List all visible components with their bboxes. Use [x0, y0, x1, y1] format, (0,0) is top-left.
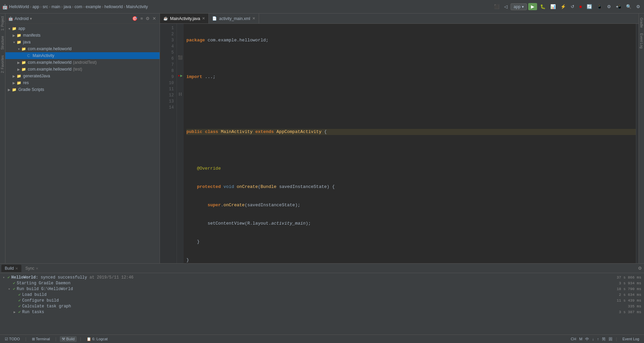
tree-item-android-test[interactable]: ▶ 📁 com.example.helloworld (androidTest)	[5, 59, 160, 66]
side-tab-structure[interactable]: Structure	[0, 33, 5, 53]
tree-item-gradle-scripts[interactable]: ▶ 📁 Gradle Scripts	[5, 86, 160, 93]
run-button[interactable]: ▶	[528, 3, 537, 10]
tab-close-activity-main[interactable]: ✕	[252, 16, 255, 21]
bottom-settings-btn[interactable]: ⚙	[637, 265, 643, 271]
apply-changes-btn[interactable]: ↺	[569, 3, 576, 10]
breadcrumb-part-mainactivity[interactable]: MainActivity	[126, 4, 148, 9]
java-file-icon: C	[26, 53, 31, 58]
gutter-8	[177, 66, 184, 73]
gutter-13	[177, 97, 184, 103]
tree-item-mainactivity[interactable]: ▶ C MainActivity	[5, 52, 160, 59]
fold-icon-12[interactable]: [-]	[179, 92, 182, 96]
code-line-10: super.onCreate(savedInstanceState);	[186, 202, 636, 208]
tree-arrow-manifests[interactable]: ▶	[12, 34, 16, 37]
run-with-coverage-btn[interactable]: 📊	[549, 3, 557, 10]
breadcrumb-part-com[interactable]: com	[75, 4, 82, 9]
app-logo: 🤖	[2, 4, 8, 9]
build-timestamp: at 2019/5/11 12:46	[90, 275, 134, 280]
build-arrow-configure: ▶	[14, 299, 18, 303]
tab-close-sync[interactable]: ✕	[36, 267, 38, 270]
close-panel-btn[interactable]: ✕	[152, 15, 157, 22]
status-bar: ☑ TODO | ⊞ Terminal | ⚒ Build | 📋 6: Log…	[0, 335, 644, 343]
tab-close-mainactivity[interactable]: ✕	[202, 16, 205, 21]
tab-build[interactable]: Build✕	[1, 265, 21, 272]
todo-button[interactable]: ☑ TODO	[3, 336, 22, 342]
breadcrumb-part-example[interactable]: example	[86, 4, 101, 9]
tree-arrow-androidtest[interactable]: ▶	[16, 61, 21, 64]
todo-label: TODO	[9, 337, 20, 341]
tree-label-mainactivity: MainActivity	[33, 53, 54, 58]
run-config-dropdown[interactable]: app ▾	[511, 3, 527, 10]
project-header: 🤖 Android ▾ 🎯 ≡ ⚙ ✕	[5, 14, 160, 24]
tab-mainactivity-java[interactable]: ☕ MainActivity.java ✕	[160, 14, 209, 23]
tree-arrow-gradle[interactable]: ▶	[7, 88, 12, 92]
gear-icon[interactable]: ⚙	[145, 15, 150, 22]
right-tab-gradle[interactable]: Gradle	[639, 15, 644, 31]
xml-tab-icon: 📄	[212, 16, 217, 21]
stop-btn[interactable]: ■	[577, 3, 584, 10]
editor-content: 1 2 3 4 5 6 7 8 9 10 11 12 13 14	[160, 24, 639, 263]
tree-arrow-java[interactable]: ▾	[12, 40, 16, 44]
tree-label-androidtest-suffix: (androidTest)	[73, 60, 97, 65]
tree-label-manifests: manifests	[23, 33, 40, 38]
code-editor[interactable]: package com.example.helloworld; import .…	[184, 24, 636, 263]
tab-sync[interactable]: Sync✕	[22, 265, 42, 272]
breadcrumb-part-helloworld[interactable]: HelloWorld	[9, 4, 29, 9]
tree-arrow-res[interactable]: ▶	[12, 81, 16, 85]
breadcrumb-part-src[interactable]: src	[43, 4, 48, 9]
search-everywhere-btn[interactable]: 🔍	[624, 3, 633, 10]
folder-icon-manifests: 📁	[16, 33, 22, 38]
build-item-task-graph: ▶ ✔ Calculate task graph 335 ms	[3, 303, 641, 309]
breadcrumb-part-app[interactable]: app	[32, 4, 39, 9]
locate-in-tree-btn[interactable]: 🎯	[131, 15, 138, 22]
breadcrumb-part-java[interactable]: java	[64, 4, 71, 9]
toolbar-target-btn[interactable]: ⬛	[492, 3, 501, 10]
build-tab-button[interactable]: ⚒ Build	[60, 336, 77, 342]
toolbar-actions: ⬛ ◁ app ▾ ▶ 🐛 📊 ⚡ ↺ ■ 🔄 📱 ⚙ 📲 🔍 ⚙	[492, 3, 642, 10]
tree-item-generatedjava[interactable]: ▶ 📁 generatedJava	[5, 73, 160, 79]
tree-arrow-test[interactable]: ▶	[16, 68, 21, 71]
project-panel: 🤖 Android ▾ 🎯 ≡ ⚙ ✕ ▾ 📁 app ▶	[5, 14, 160, 263]
sdk-manager-btn[interactable]: ⚙	[605, 3, 613, 10]
run-here-icon[interactable]: ▶	[180, 74, 183, 77]
build-arrow-root[interactable]: ▾	[3, 275, 7, 280]
breadcrumb-part-helloworld2[interactable]: helloworld	[105, 4, 123, 9]
breakpoint-icon[interactable]: ●	[178, 74, 180, 77]
tree-item-com-example-helloworld[interactable]: ▾ 📁 com.example.helloworld	[5, 45, 160, 52]
build-text-configure: Configure build	[22, 298, 59, 303]
build-arrow-run-build[interactable]: ▾	[8, 287, 13, 291]
tree-arrow-ceh[interactable]: ▾	[16, 47, 21, 51]
tree-arrow-app[interactable]: ▾	[7, 27, 12, 31]
tab-activity-main-xml[interactable]: 📄 activity_main.xml ✕	[209, 14, 259, 23]
tab-label-mainactivity: MainActivity.java	[170, 16, 200, 21]
settings-btn[interactable]: ⚙	[634, 3, 642, 10]
tree-item-java[interactable]: ▾ 📁 java	[5, 39, 160, 45]
profile-btn[interactable]: ⚡	[559, 3, 568, 10]
debug-button[interactable]: 🐛	[538, 3, 547, 10]
terminal-button[interactable]: ⊞ Terminal	[30, 336, 52, 342]
project-dropdown[interactable]: 🤖 Android ▾	[8, 16, 32, 21]
toolbar-back-btn[interactable]: ◁	[502, 3, 509, 10]
tab-close-build[interactable]: ✕	[15, 267, 18, 270]
device-manager-btn[interactable]: 📲	[614, 3, 623, 10]
side-tab-1[interactable]: 1: Project	[0, 14, 5, 33]
tree-item-res[interactable]: ▶ 📁 res	[5, 79, 160, 86]
collapse-all-btn[interactable]: ≡	[140, 15, 144, 22]
build-arrow-run-tasks[interactable]: ▶	[14, 310, 18, 314]
avd-manager-btn[interactable]: 📱	[595, 3, 604, 10]
kw-public: public	[186, 129, 202, 135]
side-tab-2[interactable]: 2: Favorites	[0, 53, 5, 76]
tree-item-manifests[interactable]: ▶ 📁 manifests	[5, 32, 160, 39]
kw-import: import	[186, 74, 202, 80]
event-log-button[interactable]: Event Log	[620, 336, 641, 342]
tree-item-test[interactable]: ▶ 📁 com.example.helloworld (test)	[5, 66, 160, 73]
editor-minimap[interactable]	[636, 24, 639, 263]
tree-item-app[interactable]: ▾ 📁 app	[5, 25, 160, 32]
gutter-9: ● ▶	[177, 73, 184, 79]
right-tab-event-log[interactable]: Event Log	[639, 31, 644, 51]
build-time-load-build: 2 s 634 ms	[619, 293, 641, 297]
breadcrumb-part-main[interactable]: main	[52, 4, 60, 9]
gradle-sync-btn[interactable]: 🔄	[585, 3, 594, 10]
tree-arrow-generatedjava[interactable]: ▶	[12, 74, 16, 78]
logcat-button[interactable]: 📋 6: Logcat	[85, 336, 110, 342]
